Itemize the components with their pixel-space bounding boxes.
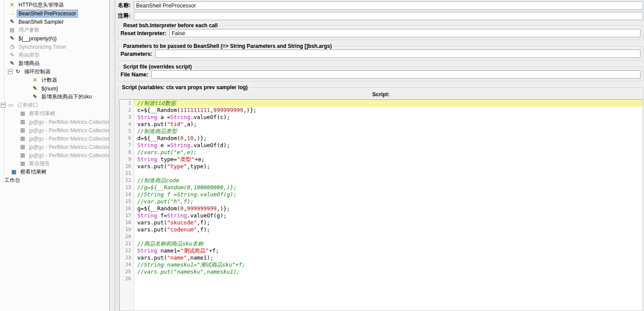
code-text: String name1="测试商品"+f; [134, 247, 643, 254]
line-number: 9 [120, 156, 134, 163]
tree-item[interactable]: ◷Synchronizing Timer [0, 43, 109, 51]
line-number: 11 [120, 170, 134, 177]
tree-item-label: jp@gc - PerfMon Metrics Collector [27, 127, 110, 134]
code-text: //商品名称和商品sku名称 [134, 240, 643, 247]
code-line: 5//制造商品类型 [120, 128, 643, 135]
line-number: 20 [120, 233, 134, 240]
line-number: 10 [120, 163, 134, 170]
code-line: 26 [120, 275, 643, 282]
tree-expand-handle[interactable] [1, 103, 6, 108]
line-number: 22 [120, 247, 134, 254]
tree-item-label: 新增商品 [17, 59, 41, 68]
split-divider[interactable] [110, 0, 115, 311]
line-number: 16 [120, 205, 134, 212]
tree-item[interactable]: ✎${num} [0, 84, 109, 93]
tree-item-label: 聚合报告 [27, 159, 52, 168]
tree-item-label: 计数器 [40, 76, 59, 85]
code-line: 17String f=String.valueOf(g); [120, 212, 643, 219]
beanshell-preprocessor-panel: 名称: 注释: Reset bsh.Interpreter before eac… [115, 0, 644, 311]
table-icon: ▤ [9, 27, 15, 33]
code-text: vars.put("tid",a); [134, 121, 643, 128]
jmeter-window: ✕HTTP信息头管理器→BeanShell PreProcessor✎BeanS… [0, 0, 644, 311]
line-number: 7 [120, 142, 134, 149]
tree-item[interactable]: ▦jp@gc - PerfMon Metrics Collector [0, 126, 109, 134]
tree-item[interactable]: ✎${__property(h)} [0, 34, 109, 43]
script-group-title: Script (variables: ctx vars props prev s… [121, 84, 249, 90]
code-text: d=${__Random(0,10,)}; [134, 135, 643, 142]
tree-item[interactable]: ▦jp@gc - PerfMon Metrics Collector [0, 143, 109, 151]
tree-item[interactable]: ✎商品类型 [0, 51, 109, 59]
reset-interpreter-label: Reset Interpreter: [121, 30, 166, 36]
tree-expand-handle[interactable] [8, 69, 13, 74]
code-text [134, 233, 643, 240]
code-text: //String namesku1="测试商品sku"+f; [134, 261, 643, 268]
code-line: 3String a =String.valueOf(c); [120, 114, 643, 121]
tree-item-label: HTTP信息头管理器 [17, 0, 66, 10]
code-text: //制造商品类型 [134, 128, 643, 135]
tree-item-label: ${num} [40, 85, 60, 93]
code-line: 7String e =String.valueOf(d); [120, 142, 643, 149]
tree-item-label: jp@gc - PerfMon Metrics Collector [27, 118, 110, 126]
code-text: g=${__Random(0,999999999,)}; [134, 205, 643, 212]
reset-interpreter-input[interactable] [169, 29, 640, 37]
tree-item-label: 订单接口 [15, 101, 40, 110]
pencil-icon: ✎ [9, 52, 15, 58]
tree-item[interactable]: ✎新增商品 [0, 59, 109, 68]
tree-item-label: 用户参数 [17, 25, 41, 35]
tree-item[interactable]: ✎BeanShell Sampler [0, 18, 109, 26]
chart-icon: ▦ [19, 144, 26, 150]
tree-item[interactable]: 工作台 [0, 176, 109, 184]
parameters-group-title: Parameters to be passed to BeanShell (=>… [122, 43, 333, 49]
name-input[interactable] [134, 1, 643, 10]
code-text: //vars.put("namesku",namesku1); [134, 268, 643, 275]
parameters-input[interactable] [155, 50, 640, 58]
name-row: 名称: [118, 1, 643, 10]
tree-item[interactable]: ✕HTTP信息头管理器 [0, 1, 109, 9]
file-name-row: File Name: [121, 70, 640, 79]
code-line: 4vars.put("tid",a); [120, 121, 643, 128]
line-number: 13 [120, 184, 134, 191]
code-text: //制造tid数据 [134, 100, 643, 107]
code-line: 11 [120, 170, 643, 177]
chart-icon: ▦ [19, 110, 26, 117]
tree-item[interactable]: →BeanShell PreProcessor [0, 9, 109, 18]
tree-item[interactable]: ↻循环控制器 [0, 68, 109, 76]
line-number: 3 [120, 114, 134, 121]
code-line: 24//String namesku1="测试商品sku"+f; [120, 261, 643, 268]
tree-item[interactable]: ▦聚合报告 [0, 159, 109, 168]
tree-item-label: Synchronizing Timer [17, 43, 68, 51]
tree-item[interactable]: ✎新增系统商品下的sku [0, 93, 109, 101]
tree-item-label: 循环控制器 [22, 67, 52, 76]
tree-item[interactable]: ▦jp@gc - PerfMon Metrics Collector [0, 118, 109, 126]
reset-interpreter-group-title: Reset bsh.Interpreter before each call [122, 22, 219, 29]
comments-label: 注释: [118, 12, 131, 20]
code-line: 10vars.put("type",type); [120, 163, 643, 170]
pencil-icon: ✎ [32, 94, 38, 100]
pencil-icon: ✎ [9, 18, 15, 25]
code-line: 8//vars.put("e",e); [120, 149, 643, 156]
code-line: 21//商品名称和商品sku名称 [120, 240, 643, 247]
timer-icon: ◷ [9, 43, 15, 50]
script-editor[interactable]: 1//制造tid数据2c=${__Random(111111111,999999… [119, 99, 643, 311]
tree-item-label: jp@gc - PerfMon Metrics Collector [27, 143, 110, 151]
comments-input[interactable] [134, 12, 643, 20]
line-number: 18 [120, 219, 134, 226]
tree-item[interactable]: ▦jp@gc - PerfMon Metrics Collector [0, 151, 109, 159]
reset-interpreter-row: Reset Interpreter: [121, 29, 640, 37]
tree-item[interactable]: ✕计数器 [0, 76, 109, 84]
tree-item[interactable]: ▭订单接口 [0, 101, 109, 109]
line-number: 14 [120, 191, 134, 198]
chart-icon: ▦ [19, 127, 26, 134]
code-line: 16g=${__Random(0,999999999,)}; [120, 205, 643, 212]
pencil-icon: ✎ [9, 35, 15, 42]
script-file-group-title: Script file (overrides script) [122, 64, 193, 70]
tree-item[interactable]: ▦察看结果树 [0, 109, 109, 118]
file-name-input[interactable] [151, 70, 640, 79]
tree-item[interactable]: ▤用户参数 [0, 26, 109, 34]
tree-item[interactable]: ▦jp@gc - PerfMon Metrics Collector [0, 134, 109, 143]
line-number: 5 [120, 128, 134, 135]
code-text: //String f =String.valueOf(g); [134, 191, 643, 198]
tree-item[interactable]: ▦察看结果树 [0, 168, 109, 176]
line-number: 2 [120, 107, 134, 114]
tree-item-label: jp@gc - PerfMon Metrics Collector [27, 152, 110, 159]
